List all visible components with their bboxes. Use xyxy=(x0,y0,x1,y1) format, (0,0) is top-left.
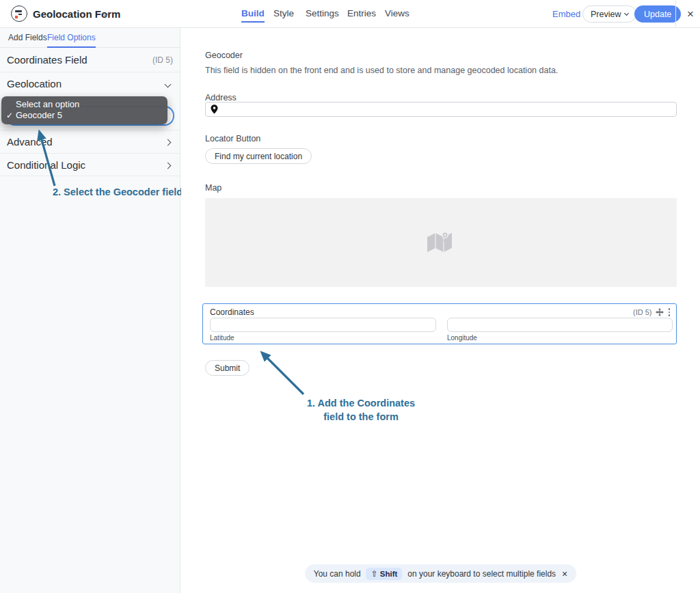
latitude-sublabel: Latitude xyxy=(210,334,234,342)
section-geolocation[interactable]: Geolocation xyxy=(0,72,180,96)
shift-key-badge: ⇧ Shift xyxy=(366,568,403,580)
formidable-logo-icon xyxy=(11,5,27,22)
locator-button-label: Locator Button xyxy=(205,134,260,143)
map-label: Map xyxy=(205,183,221,193)
field-options-heading: Coordinates Field (ID 5) xyxy=(0,48,180,72)
map-placeholder[interactable] xyxy=(205,198,677,287)
longitude-field xyxy=(447,318,673,332)
geocoder-field-label: Geocoder xyxy=(205,51,243,60)
top-bar: Geolocation Form Build Style Settings En… xyxy=(0,0,700,28)
dropdown-option-geocoder-5[interactable]: ✓ Geocoder 5 xyxy=(1,110,167,121)
shift-arrow-icon: ⇧ xyxy=(371,569,378,579)
longitude-input[interactable] xyxy=(447,318,673,332)
field-options-title: Coordinates Field xyxy=(7,48,88,72)
map-pin-icon xyxy=(211,105,218,114)
form-preview-area: Geocoder This field is hidden on the fro… xyxy=(181,28,700,593)
dropdown-option-select-an-option[interactable]: Select an option xyxy=(1,99,167,110)
section-conditional-logic[interactable]: Conditional Logic xyxy=(0,153,180,176)
more-options-icon[interactable] xyxy=(667,307,672,318)
close-builder-icon[interactable]: × xyxy=(681,0,700,28)
folded-map-icon xyxy=(427,230,455,255)
chevron-down-icon xyxy=(165,81,172,88)
chevron-right-icon xyxy=(165,139,172,146)
geocoder-field-description: This field is hidden on the front end an… xyxy=(205,66,558,75)
move-handle-icon[interactable] xyxy=(656,308,664,316)
section-advanced[interactable]: Advanced xyxy=(0,130,180,153)
toast-text-before: You can hold xyxy=(314,569,361,579)
sidebar-tab-add-fields[interactable]: Add Fields xyxy=(8,28,47,48)
find-my-location-button[interactable]: Find my current location xyxy=(205,148,312,164)
field-id-badge: (ID 5) xyxy=(152,48,173,72)
coordinates-label: Coordinates xyxy=(210,307,254,317)
address-input[interactable] xyxy=(205,102,677,117)
sidebar-tab-field-options[interactable]: Field Options xyxy=(47,28,96,48)
annotation-step-1: 1. Add the Coordinates field to the form xyxy=(303,396,419,424)
preview-button[interactable]: Preview xyxy=(582,5,636,23)
tab-build[interactable]: Build xyxy=(241,8,265,23)
update-button[interactable]: Update xyxy=(634,5,681,23)
coordinates-field-id: (ID 5) xyxy=(633,308,652,316)
chevron-down-icon xyxy=(624,11,629,16)
tab-settings[interactable]: Settings xyxy=(306,8,339,21)
latitude-input[interactable] xyxy=(210,318,436,332)
sidebar-tabs: Add Fields Field Options xyxy=(0,28,180,48)
longitude-sublabel: Longitude xyxy=(447,334,477,342)
geocoder-select-dropdown: Select an option ✓ Geocoder 5 xyxy=(1,96,167,124)
tab-views[interactable]: Views xyxy=(385,8,409,21)
preview-button-label: Preview xyxy=(591,10,621,19)
shift-hint-toast: You can hold ⇧ Shift on your keyboard to… xyxy=(305,564,577,583)
header-divider xyxy=(675,0,676,28)
latitude-field xyxy=(210,318,436,332)
tab-entries[interactable]: Entries xyxy=(347,8,376,21)
annotation-step-2: 2. Select the Geocoder field xyxy=(53,187,183,197)
toast-close-icon[interactable]: × xyxy=(562,568,567,579)
address-field xyxy=(205,102,677,117)
coordinates-field-card[interactable]: Coordinates (ID 5) Latitude Longitude xyxy=(202,303,677,344)
coordinates-meta: (ID 5) xyxy=(633,307,671,318)
tab-style[interactable]: Style xyxy=(273,8,294,21)
chevron-right-icon xyxy=(165,163,172,169)
address-label: Address xyxy=(205,93,237,102)
check-icon: ✓ xyxy=(6,110,13,121)
submit-button[interactable]: Submit xyxy=(205,360,250,376)
toast-text-after: on your keyboard to select multiple fiel… xyxy=(407,569,556,579)
field-options-sidebar: Add Fields Field Options Coordinates Fie… xyxy=(0,28,180,593)
embed-link[interactable]: Embed xyxy=(552,9,580,19)
